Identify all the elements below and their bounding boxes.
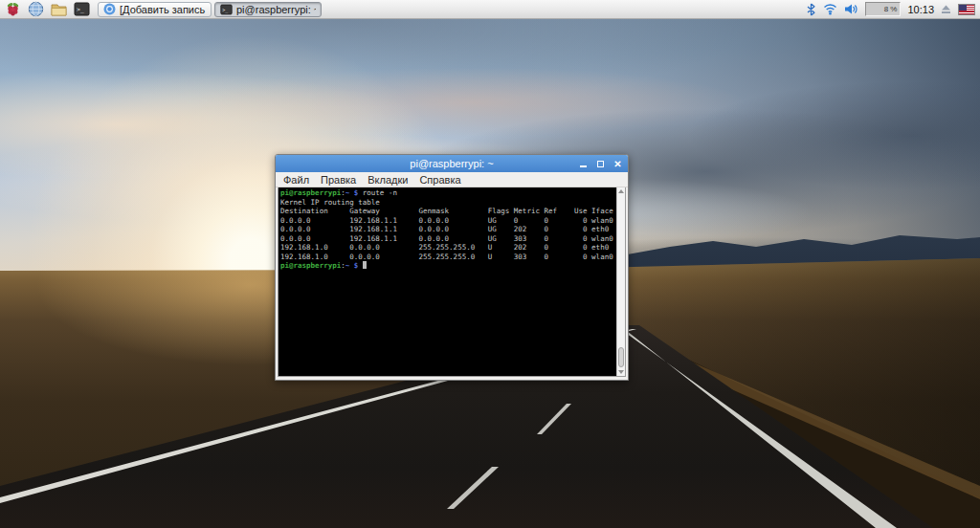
output-line: 192.168.1.0 0.0.0.0 255.255.255.0 U 202 … <box>280 243 614 253</box>
taskbar: >_ [Добавить запись ... >_ pi@raspberryp… <box>0 0 980 19</box>
minimize-button[interactable] <box>579 160 588 168</box>
terminal-icon: >_ <box>220 4 233 15</box>
web-browser-launcher[interactable] <box>26 1 46 18</box>
maximize-button[interactable] <box>596 160 605 168</box>
cpu-usage-monitor[interactable]: 8 % <box>865 2 901 16</box>
desktop-screen: >_ [Добавить запись ... >_ pi@raspberryp… <box>0 0 980 528</box>
folder-icon <box>50 2 68 17</box>
output-line: 0.0.0.0 192.168.1.1 0.0.0.0 UG 202 0 0 e… <box>280 225 614 234</box>
menu-help[interactable]: Справка <box>419 174 460 186</box>
close-button[interactable]: ✕ <box>613 160 622 168</box>
bluetooth-icon[interactable] <box>806 3 816 16</box>
taskbar-window-list: [Добавить запись ... >_ pi@raspberrypi: … <box>98 2 322 17</box>
output-line: 0.0.0.0 192.168.1.1 0.0.0.0 UG 0 0 0 wla… <box>280 216 614 226</box>
scroll-up-arrow-icon[interactable] <box>617 187 625 195</box>
prompt-line: pi@raspberrypi:~ $ route -n <box>280 188 614 198</box>
taskbar-window-browser[interactable]: [Добавить запись ... <box>98 2 212 17</box>
volume-icon[interactable] <box>844 3 858 15</box>
menu-edit[interactable]: Правка <box>321 174 356 186</box>
wifi-icon[interactable] <box>823 3 837 15</box>
menu-file[interactable]: Файл <box>283 174 309 186</box>
window-menubar: Файл Правка Вкладки Справка <box>276 172 628 187</box>
terminal-pane[interactable]: pi@raspberrypi:~ $ route -nKernel IP rou… <box>278 187 626 377</box>
flag-canton <box>959 5 967 11</box>
chromium-icon <box>103 3 116 15</box>
cpu-usage-label: 8 % <box>884 5 898 13</box>
output-line: Destination Gateway Genmask Flags Metric… <box>280 207 614 216</box>
us-flag-icon[interactable] <box>958 4 975 15</box>
scrollbar-thumb[interactable] <box>618 347 624 367</box>
terminal-window: pi@raspberrypi: ~ ✕ Файл Правка Вкладки … <box>275 154 629 381</box>
raspberry-icon <box>5 1 21 17</box>
menu-tabs[interactable]: Вкладки <box>368 174 408 186</box>
clock[interactable]: 10:13 <box>907 4 934 15</box>
taskbar-window-terminal[interactable]: >_ pi@raspberrypi: ~ <box>214 2 322 17</box>
terminal-output: pi@raspberrypi:~ $ route -nKernel IP rou… <box>280 188 614 376</box>
window-title: pi@raspberrypi: ~ <box>276 158 628 169</box>
prompt-line: pi@raspberrypi:~ $ <box>280 261 614 271</box>
output-line: Kernel IP routing table <box>280 198 614 208</box>
terminal-icon: >_ <box>74 2 90 16</box>
system-tray: 8 % 10:13 <box>806 2 977 16</box>
terminal-launcher[interactable]: >_ <box>72 1 92 18</box>
start-menu-button[interactable] <box>3 1 23 18</box>
eject-icon[interactable] <box>941 4 951 14</box>
window-controls: ✕ <box>579 155 622 172</box>
terminal-cursor <box>363 261 368 269</box>
window-titlebar[interactable]: pi@raspberrypi: ~ ✕ <box>276 155 628 172</box>
output-line: 0.0.0.0 192.168.1.1 0.0.0.0 UG 303 0 0 w… <box>280 234 614 244</box>
svg-text:>_: >_ <box>222 6 228 12</box>
output-line: 192.168.1.0 0.0.0.0 255.255.255.0 U 303 … <box>280 253 614 262</box>
window-button-label: pi@raspberrypi: ~ <box>236 4 316 15</box>
scroll-down-arrow-icon[interactable] <box>617 368 625 376</box>
taskbar-launchers: >_ <box>3 1 92 18</box>
globe-icon <box>28 1 44 17</box>
window-button-label: [Добавить запись ... <box>120 4 206 15</box>
svg-text:>_: >_ <box>77 6 84 13</box>
file-manager-launcher[interactable] <box>49 1 69 18</box>
terminal-scrollbar[interactable] <box>616 187 625 376</box>
